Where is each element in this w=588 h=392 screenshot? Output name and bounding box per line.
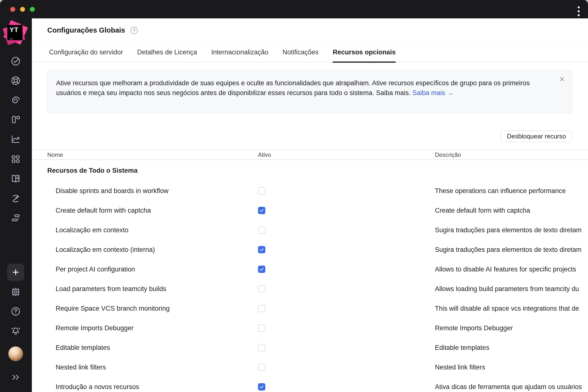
table-row: Require Space VCS branch monitoring This… xyxy=(32,299,588,318)
page-title: Configurações Globais xyxy=(47,26,125,34)
create-plus-button[interactable] xyxy=(7,264,24,281)
feature-description: These operations can influence performan… xyxy=(435,187,566,195)
feature-description: Create default form with captcha xyxy=(435,207,530,214)
feature-description: Allows to disable AI features for specif… xyxy=(435,266,576,273)
feature-name: Per project AI configuration xyxy=(56,266,135,273)
feature-name: Introdução a novos recursos xyxy=(56,383,139,391)
table-row: Disable sprints and boards in workflow T… xyxy=(32,181,588,201)
feature-checkbox[interactable] xyxy=(258,207,265,214)
gear-icon[interactable] xyxy=(10,286,21,298)
table-rows: Disable sprints and boards in workflow T… xyxy=(32,181,588,392)
kebab-menu-icon[interactable] xyxy=(577,6,581,17)
action-row: Desbloquear recurso xyxy=(32,130,572,142)
close-icon[interactable] xyxy=(558,76,566,83)
unlock-feature-button[interactable]: Desbloquear recurso xyxy=(500,130,572,142)
features-table: Nome Ativo Descrição Recursos de Todo o … xyxy=(32,150,588,392)
feature-name: Localização em contexto (interna) xyxy=(56,246,155,254)
title-bar xyxy=(0,0,588,18)
feature-name: Nested link filters xyxy=(56,364,106,371)
tab-configuração-do-servidor[interactable]: Configuração do servidor xyxy=(49,42,123,62)
feature-description: Remote Imports Debugger xyxy=(435,324,513,332)
spiral-icon[interactable] xyxy=(10,94,21,106)
feature-name: Disable sprints and boards in workflow xyxy=(56,187,168,195)
info-banner: Ative recursos que melhoram a produtivid… xyxy=(47,70,572,113)
table-row: Nested link filters Nested link filters xyxy=(32,358,588,377)
trend-chart-icon[interactable] xyxy=(10,134,21,145)
gantt-rows-icon[interactable] xyxy=(10,212,21,224)
column-header-name: Nome xyxy=(47,152,63,158)
feature-checkbox[interactable] xyxy=(258,187,265,194)
grid-apps-icon[interactable] xyxy=(10,153,21,165)
feature-checkbox[interactable] xyxy=(258,383,265,390)
feature-name: Load parameters from teamcity builds xyxy=(56,285,166,293)
feature-name: Editable templates xyxy=(56,344,110,352)
feature-checkbox[interactable] xyxy=(258,226,265,234)
hourglass-icon[interactable] xyxy=(10,193,21,204)
check-circle-icon[interactable] xyxy=(10,55,21,67)
book-icon[interactable] xyxy=(10,173,21,184)
feature-name: Remote Imports Debugger xyxy=(56,324,134,332)
feature-checkbox[interactable] xyxy=(258,344,265,351)
tab-notificações[interactable]: Notificações xyxy=(282,42,318,62)
table-row: Introdução a novos recursos Ativa dicas … xyxy=(32,377,588,392)
sidebar: YT_ xyxy=(0,0,32,392)
banner-body: Ative recursos que melhoram a produtivid… xyxy=(56,80,530,96)
learn-more-link[interactable]: Saiba mais → xyxy=(412,89,454,96)
app-window: YT_ xyxy=(0,0,588,392)
bell-icon[interactable] xyxy=(10,325,21,337)
table-row: Editable templates Editable templates xyxy=(32,338,588,358)
feature-name: Require Space VCS branch monitoring xyxy=(56,305,170,312)
feature-description: Sugira traduções para elementos de texto… xyxy=(435,246,582,254)
main-content: Configurações Globais ? Configuração do … xyxy=(32,18,588,392)
tab-recursos-opcionais[interactable]: Recursos opcionais xyxy=(333,42,396,62)
avatar[interactable] xyxy=(8,346,23,361)
lifebuoy-icon[interactable] xyxy=(10,75,21,86)
feature-description: This will disable all space vcs integrat… xyxy=(435,305,579,312)
column-header-active: Ativo xyxy=(258,152,271,158)
table-row: Per project AI configuration Allows to d… xyxy=(32,260,588,279)
feature-checkbox[interactable] xyxy=(258,266,265,273)
feature-checkbox[interactable] xyxy=(258,324,265,332)
feature-description: Nested link filters xyxy=(435,364,485,371)
feature-description: Ativa dicas de ferramenta que ajudam os … xyxy=(435,383,582,391)
table-header: Nome Ativo Descrição xyxy=(32,150,588,160)
section-header: Recursos de Todo o Sistema xyxy=(32,160,588,181)
table-row: Create default form with captcha Create … xyxy=(32,201,588,220)
feature-description: Allows loading build parameters from tea… xyxy=(435,285,579,293)
page-header: Configurações Globais ? xyxy=(32,18,588,42)
help-circle-icon[interactable] xyxy=(10,306,21,317)
feature-checkbox[interactable] xyxy=(258,305,265,312)
board-columns-icon[interactable] xyxy=(10,114,21,125)
column-header-description: Descrição xyxy=(435,152,461,158)
feature-checkbox[interactable] xyxy=(258,246,265,253)
table-row: Remote Imports Debugger Remote Imports D… xyxy=(32,318,588,338)
feature-name: Create default form with captcha xyxy=(56,207,151,214)
tab-internacionalização[interactable]: Internacionalização xyxy=(211,42,268,62)
tab-bar: Configuração do servidorDetalhes de Lice… xyxy=(32,42,588,62)
table-row: Localização em contexto Sugira traduções… xyxy=(32,220,588,240)
feature-description: Sugira traduções para elementos de texto… xyxy=(435,226,582,234)
banner-text: Ative recursos que melhoram a produtivid… xyxy=(56,78,550,98)
tab-detalhes-de-licença[interactable]: Detalhes de Licença xyxy=(137,42,197,62)
feature-checkbox[interactable] xyxy=(258,364,265,371)
feature-checkbox[interactable] xyxy=(258,285,265,292)
youtrack-logo[interactable]: YT_ xyxy=(4,22,27,44)
feature-name: Localização em contexto xyxy=(56,226,128,234)
feature-description: Editable templates xyxy=(435,344,489,352)
double-chevron-right-icon[interactable] xyxy=(10,372,21,383)
table-row: Load parameters from teamcity builds All… xyxy=(32,279,588,299)
table-row: Localização em contexto (interna) Sugira… xyxy=(32,240,588,260)
help-circle-icon[interactable]: ? xyxy=(130,27,138,34)
